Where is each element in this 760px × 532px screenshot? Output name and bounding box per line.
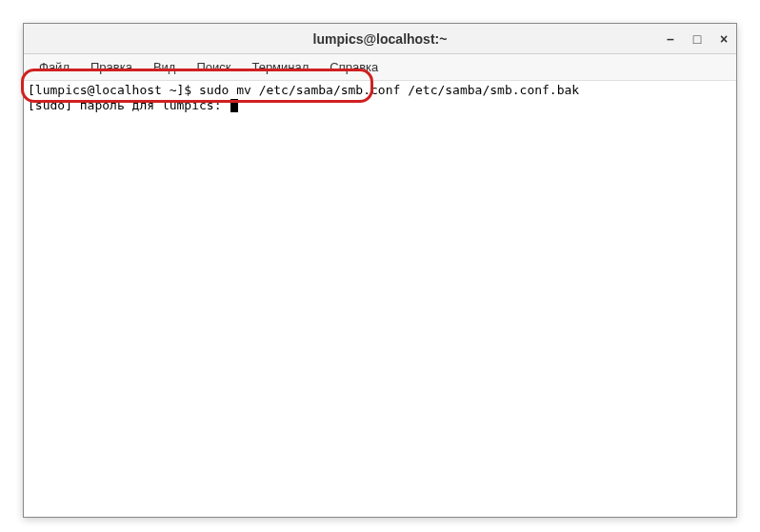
- menu-view[interactable]: Вид: [144, 56, 186, 78]
- sudo-prompt-text: [sudo] пароль для lumpics:: [28, 98, 229, 112]
- menu-terminal[interactable]: Терминал: [242, 56, 318, 78]
- menu-help[interactable]: Справка: [320, 56, 388, 78]
- window-title: lumpics@localhost:~: [313, 31, 448, 47]
- menu-edit[interactable]: Правка: [81, 56, 142, 78]
- cursor: [230, 99, 238, 112]
- close-button[interactable]: ×: [717, 32, 730, 46]
- terminal-content[interactable]: [lumpics@localhost ~]$ sudo mv /etc/samb…: [24, 81, 736, 517]
- terminal-window: lumpics@localhost:~ – □ × Файл Правка Ви…: [23, 23, 737, 518]
- titlebar: lumpics@localhost:~ – □ ×: [24, 24, 736, 54]
- maximize-button[interactable]: □: [690, 32, 704, 46]
- menubar: Файл Правка Вид Поиск Терминал Справка: [24, 54, 736, 81]
- terminal-line-1: [lumpics@localhost ~]$ sudo mv /etc/samb…: [28, 83, 732, 98]
- minimize-button[interactable]: –: [664, 32, 677, 46]
- terminal-line-2: [sudo] пароль для lumpics:: [28, 98, 732, 113]
- window-controls: – □ ×: [664, 24, 730, 53]
- menu-file[interactable]: Файл: [30, 56, 79, 78]
- menu-search[interactable]: Поиск: [187, 56, 240, 78]
